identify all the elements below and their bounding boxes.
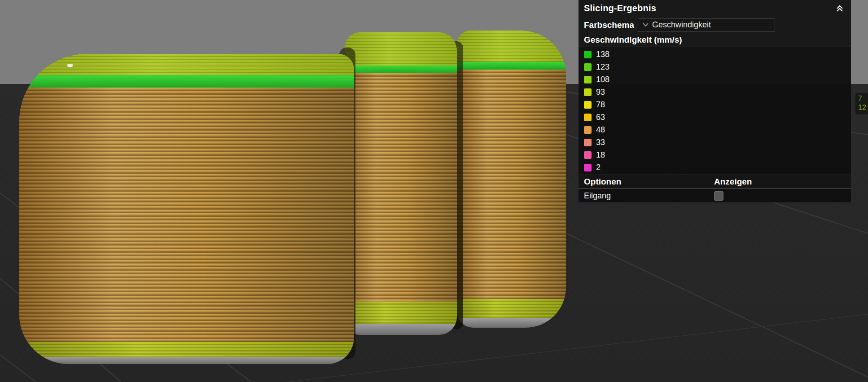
model-layer-wall: [19, 88, 354, 342]
legend-color-swatch: [584, 63, 592, 71]
speed-legend: 138 123 108 93 78 63: [579, 47, 851, 175]
legend-value: 63: [596, 113, 605, 122]
legend-value: 33: [596, 138, 605, 147]
legend-color-swatch: [584, 126, 592, 134]
anzeigen-column-label: Anzeigen: [714, 177, 752, 187]
legend-value: 123: [596, 62, 609, 72]
legend-color-swatch: [584, 114, 592, 121]
edge-badge-value: 7: [858, 94, 868, 103]
edge-badge-value: 12: [858, 103, 868, 112]
slicing-result-panel: Slicing-Ergebnis Farbschema Geschwindigk…: [579, 0, 851, 202]
legend-color-swatch: [584, 51, 592, 58]
legend-item: 123: [579, 61, 851, 73]
legend-color-swatch: [584, 164, 592, 171]
eilgang-checkbox[interactable]: [714, 191, 723, 201]
model-bottom-band: [345, 302, 457, 324]
model-raft-base: [345, 324, 457, 335]
legend-title-row: Geschwindigkeit (mm/s): [579, 33, 851, 47]
farbschema-select[interactable]: Geschwindigkeit: [638, 18, 775, 32]
model-layer-wall: [345, 73, 457, 302]
model-speed-band: [345, 66, 457, 73]
model-raft-base: [457, 318, 566, 328]
legend-color-swatch: [584, 139, 592, 146]
legend-color-swatch: [584, 76, 592, 83]
print-start-marker: [67, 64, 73, 67]
model-top-surface: [457, 31, 566, 62]
legend-value: 93: [596, 88, 605, 97]
model-bottom-band: [19, 342, 354, 357]
panel-title: Slicing-Ergebnis: [584, 3, 656, 13]
chevrons-up-icon: [835, 4, 845, 13]
model-segment-middle: [345, 32, 457, 335]
legend-color-swatch: [584, 151, 592, 159]
legend-item: 2: [579, 161, 851, 174]
legend-item: 93: [579, 86, 851, 98]
legend-item: 18: [579, 149, 851, 161]
options-label: Optionen: [584, 177, 714, 187]
legend-color-swatch: [584, 101, 592, 109]
legend-value: 18: [596, 150, 605, 160]
viewport-3d[interactable]: 7 12 Slicing-Ergebnis Farbschema Geschwi…: [0, 0, 868, 382]
model-segment-left: [19, 54, 354, 364]
option-row-eilgang: Eilgang: [579, 189, 851, 203]
legend-color-swatch: [584, 88, 592, 96]
options-header-row: Optionen Anzeigen: [579, 175, 851, 189]
model-top-surface: [345, 32, 457, 66]
model-bottom-band: [457, 299, 566, 318]
legend-item: 138: [579, 48, 851, 61]
clipped-edge-badge: 7 12: [855, 93, 868, 114]
legend-value: 2: [596, 163, 601, 172]
model-raft-base: [19, 357, 354, 364]
legend-value: 138: [596, 50, 609, 59]
legend-item: 78: [579, 98, 851, 111]
legend-item: 108: [579, 73, 851, 86]
chevron-down-icon: [643, 23, 649, 27]
legend-item: 33: [579, 136, 851, 149]
model-speed-band: [19, 75, 354, 88]
collapse-panel-button[interactable]: [834, 3, 846, 14]
color-scheme-row: Farbschema Geschwindigkeit: [579, 17, 851, 33]
legend-item: 63: [579, 111, 851, 123]
panel-header: Slicing-Ergebnis: [579, 0, 851, 17]
option-label: Eilgang: [584, 191, 714, 201]
color-scheme-label: Farbschema: [584, 20, 638, 30]
legend-item: 48: [579, 123, 851, 136]
model-speed-band: [457, 62, 566, 70]
legend-title: Geschwindigkeit (mm/s): [584, 35, 682, 45]
model-layer-wall: [457, 70, 566, 299]
legend-value: 108: [596, 75, 609, 84]
farbschema-selected-value: Geschwindigkeit: [652, 20, 711, 30]
legend-value: 78: [596, 100, 605, 110]
legend-value: 48: [596, 125, 605, 135]
model-segment-right: [457, 31, 566, 328]
